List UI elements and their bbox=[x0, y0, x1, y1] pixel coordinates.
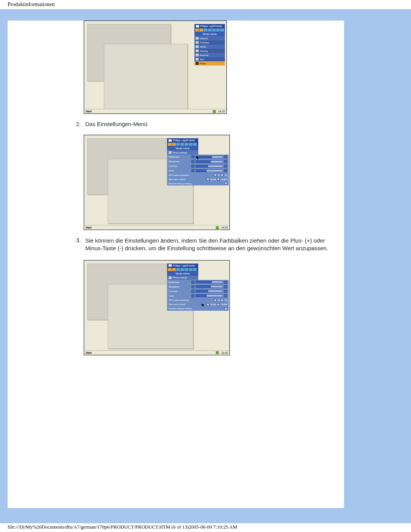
mode-item-photo[interactable]: Photo bbox=[194, 61, 225, 66]
mode-item-text[interactable]: Text bbox=[194, 57, 225, 61]
toolbar-btn[interactable] bbox=[168, 268, 172, 271]
slider-track[interactable] bbox=[196, 160, 223, 163]
toolbar-btn[interactable] bbox=[168, 143, 172, 146]
screenshot-3: Philips LightFrame Mode menu P bbox=[84, 260, 230, 355]
toolbar-btn[interactable] bbox=[208, 29, 212, 32]
plus-button[interactable] bbox=[224, 281, 227, 284]
slider-track[interactable] bbox=[196, 285, 223, 288]
tray-icon[interactable] bbox=[213, 110, 216, 113]
toolbar-btn[interactable] bbox=[204, 29, 207, 32]
slider-track[interactable] bbox=[196, 156, 223, 158]
minus-button[interactable] bbox=[191, 160, 194, 163]
start-button[interactable]: Start bbox=[86, 226, 92, 229]
selected-mode-row[interactable]: Photo settings bbox=[167, 276, 198, 280]
slider-track[interactable] bbox=[196, 290, 223, 292]
restore-checkbox[interactable] bbox=[225, 182, 227, 185]
selected-mode-row[interactable]: Photo settings bbox=[167, 150, 198, 155]
radio-disable[interactable] bbox=[217, 178, 220, 181]
mode-item-label: Reading bbox=[200, 54, 208, 56]
toolbar-btn[interactable] bbox=[180, 268, 184, 271]
sharpness-row: Sharpness bbox=[167, 159, 229, 164]
slider-track[interactable] bbox=[196, 281, 223, 283]
mode-menu-panel: Philips LightFrame Mode menu Internet TV… bbox=[194, 24, 225, 66]
toolbar-btn[interactable] bbox=[199, 29, 203, 32]
mode-menu-header: Mode menu bbox=[194, 32, 225, 36]
radio-label: Enable bbox=[210, 303, 217, 305]
plus-button[interactable] bbox=[224, 165, 227, 168]
toolbar-btn[interactable] bbox=[189, 268, 193, 271]
toolbar-btn[interactable] bbox=[193, 143, 197, 146]
plus-button[interactable] bbox=[224, 294, 227, 297]
settings-title: Philips LightFrame bbox=[173, 264, 195, 267]
radio-label: Off bbox=[225, 299, 227, 301]
taskbar-clock: 14:23 bbox=[221, 226, 228, 229]
selected-mode-label: Photo settings bbox=[173, 152, 187, 154]
minus-button[interactable] bbox=[191, 169, 194, 172]
slider-fill bbox=[196, 295, 207, 297]
settings-titlebar: Philips LightFrame bbox=[167, 138, 198, 142]
toolbar-btn[interactable] bbox=[180, 143, 184, 146]
mode-item-internet[interactable]: Internet bbox=[194, 36, 225, 40]
slider-track[interactable] bbox=[196, 165, 223, 168]
toolbar-btn[interactable] bbox=[172, 143, 176, 146]
radio-on[interactable] bbox=[214, 174, 217, 176]
minus-button[interactable] bbox=[191, 290, 194, 293]
mode-item-tv[interactable]: TV/Video bbox=[194, 40, 225, 45]
step-3: 3. Sie können die Einstellungen ändern, … bbox=[19, 234, 333, 256]
toolbar-btn[interactable] bbox=[185, 143, 188, 146]
minus-button[interactable] bbox=[191, 165, 194, 168]
slider-label: Restore factory settings bbox=[169, 182, 191, 185]
radio-off[interactable] bbox=[221, 174, 223, 176]
toolbar-btn[interactable] bbox=[176, 143, 180, 146]
plus-button[interactable] bbox=[224, 285, 227, 288]
toolbar-btn[interactable] bbox=[185, 268, 188, 271]
restore-checkbox[interactable] bbox=[225, 307, 227, 310]
mode-item-srgb[interactable]: sRGB bbox=[194, 45, 225, 49]
slider-label: Brightness bbox=[169, 156, 191, 158]
slider-fill bbox=[196, 281, 212, 283]
tray-icon[interactable] bbox=[216, 226, 219, 229]
slider-fill bbox=[196, 286, 211, 288]
plus-button[interactable] bbox=[224, 290, 227, 293]
slider-label: Color bbox=[169, 169, 191, 172]
slider-track[interactable] bbox=[196, 169, 223, 172]
minus-button[interactable] bbox=[191, 155, 194, 158]
slider-fill bbox=[196, 170, 207, 172]
radio-on[interactable] bbox=[214, 299, 217, 302]
toolbar-btn[interactable] bbox=[176, 268, 180, 271]
slider-track[interactable] bbox=[196, 294, 223, 297]
toolbar-btn[interactable] bbox=[220, 29, 224, 32]
settings-titlebar: Philips LightFrame bbox=[167, 264, 198, 268]
toolbar-btn[interactable] bbox=[172, 268, 176, 271]
plus-button[interactable] bbox=[224, 160, 227, 163]
toolbar-btn[interactable] bbox=[195, 29, 199, 32]
settings-panel: Philips LightFrame Mode menu P bbox=[167, 138, 198, 185]
color-row: Color bbox=[167, 168, 229, 173]
radio-off[interactable] bbox=[221, 299, 223, 302]
slider-label: Skin tone control bbox=[169, 303, 191, 305]
mode-item-reading[interactable]: Reading bbox=[194, 53, 225, 57]
minus-button[interactable] bbox=[191, 294, 194, 297]
radio-enable[interactable] bbox=[207, 303, 209, 306]
toolbar-btn[interactable] bbox=[216, 29, 220, 32]
radio-label: On bbox=[218, 299, 220, 301]
plus-button[interactable] bbox=[224, 155, 227, 158]
minus-button[interactable] bbox=[191, 281, 194, 284]
start-button[interactable]: Start bbox=[86, 351, 92, 354]
plus-button[interactable] bbox=[224, 169, 227, 172]
toolbar-btn[interactable] bbox=[189, 143, 193, 146]
radio-enable[interactable] bbox=[207, 178, 209, 181]
mode-item-label: Text bbox=[200, 58, 204, 61]
mode-item-gaming[interactable]: Gaming bbox=[194, 49, 225, 53]
toolbar-btn[interactable] bbox=[212, 29, 216, 32]
tray-icon[interactable] bbox=[216, 351, 219, 354]
toolbar-btn[interactable] bbox=[193, 268, 197, 271]
taskbar: Start 14:23 bbox=[84, 109, 226, 113]
start-button[interactable]: Start bbox=[86, 110, 92, 113]
minus-button[interactable] bbox=[191, 285, 194, 288]
mode-item-label: Photo bbox=[200, 62, 206, 65]
slider-label: Restore factory settings bbox=[169, 307, 191, 310]
desktop-bg: Philips LightFrame Mode menu P bbox=[84, 260, 229, 350]
settings-panel: Philips LightFrame Mode menu P bbox=[167, 264, 198, 311]
radio-disable[interactable] bbox=[217, 303, 220, 306]
